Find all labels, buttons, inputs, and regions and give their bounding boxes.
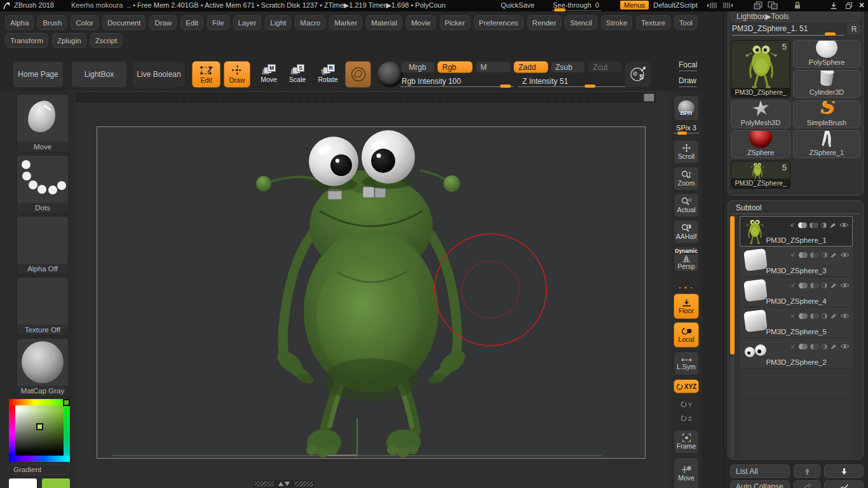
lock-icon[interactable]: [794, 1, 801, 10]
duplicate-back-button[interactable]: [824, 480, 864, 488]
color-selector[interactable]: [36, 423, 43, 430]
rotate-z-button[interactable]: Z: [674, 413, 699, 423]
move-button[interactable]: M Move: [257, 62, 281, 86]
paintbrush-icon[interactable]: [830, 252, 837, 258]
hue-ring-right[interactable]: [64, 405, 70, 456]
menu-macro[interactable]: Macro: [295, 15, 325, 30]
paintbrush-icon[interactable]: [830, 313, 837, 319]
menu-zplugin[interactable]: Zplugin: [52, 33, 86, 48]
uv-toggle-icon[interactable]: [810, 249, 819, 261]
uv-toggle-icon[interactable]: [810, 310, 819, 322]
menu-marker[interactable]: Marker: [329, 15, 362, 30]
canvas-bottom-divider-left[interactable]: [254, 480, 275, 487]
menu-draw[interactable]: Draw: [149, 15, 177, 30]
scale-button[interactable]: S Scale: [285, 62, 309, 86]
spix-slider-handle[interactable]: [677, 132, 687, 135]
color-picker[interactable]: [9, 399, 70, 462]
tool-cylinder3d[interactable]: Cylinder3D: [793, 70, 860, 98]
m-button[interactable]: M: [475, 61, 511, 73]
subtool-header[interactable]: Subtool: [736, 203, 762, 212]
default-zscript-button[interactable]: DefaultZScript: [653, 1, 698, 9]
zcut-button[interactable]: Zcut: [588, 61, 621, 73]
canvas-bottom-divider-right[interactable]: [294, 480, 314, 487]
rgb-intensity-handle[interactable]: [500, 85, 511, 88]
menu-alpha[interactable]: Alpha: [5, 15, 34, 30]
uv-toggle-icon[interactable]: [810, 280, 819, 291]
expand-ui-icon[interactable]: [722, 2, 733, 9]
tool-zsphere-1[interactable]: ZSphere_1: [793, 130, 860, 158]
rotate-button[interactable]: R Rotate: [314, 62, 342, 86]
subtool-scrollbar-track[interactable]: [730, 357, 735, 458]
menu-preferences[interactable]: Preferences: [474, 15, 524, 30]
hue-ring-top[interactable]: [9, 399, 70, 405]
rgb-intensity-track[interactable]: [400, 86, 513, 87]
flatten-arrow-icon[interactable]: [789, 222, 796, 228]
displacement-toggle-icon[interactable]: [822, 344, 827, 349]
lightbox-button[interactable]: LightBox: [71, 61, 127, 88]
list-all-button[interactable]: List All: [730, 464, 790, 478]
subtool-item-5[interactable]: PM3D_ZSphere_2: [740, 338, 853, 369]
uv-toggle-icon[interactable]: [810, 341, 819, 352]
material-sphere-preview[interactable]: [377, 62, 403, 87]
zoom-button[interactable]: Zoom: [674, 166, 699, 191]
previous-layout-icon[interactable]: [754, 1, 764, 10]
tool-zsphere[interactable]: ZSphere: [731, 130, 790, 158]
recent-tool-thumbnail[interactable]: 5 PM3D_ZSphere_: [731, 161, 790, 189]
document[interactable]: [97, 126, 646, 459]
menu-document[interactable]: Document: [102, 15, 146, 30]
z-intensity-track[interactable]: [518, 86, 626, 87]
hue-selector[interactable]: [63, 399, 70, 406]
frame-button[interactable]: Frame: [674, 430, 699, 454]
polypaint-toggle-icon[interactable]: [799, 310, 808, 322]
close-icon[interactable]: ×: [859, 0, 864, 10]
menu-movie[interactable]: Movie: [406, 15, 436, 30]
mrgb-button[interactable]: Mrgb: [400, 61, 435, 73]
eye-icon[interactable]: [840, 282, 850, 288]
rgb-button[interactable]: Rgb: [437, 61, 473, 73]
menu-stroke[interactable]: Stroke: [601, 15, 632, 30]
material-picker-matcap-gray[interactable]: MatCap Gray: [17, 338, 69, 396]
displacement-toggle-icon[interactable]: [821, 222, 827, 228]
draw-size-slider-label[interactable]: Draw: [679, 76, 696, 87]
draw-button[interactable]: Draw: [224, 61, 250, 88]
canvas-bottom-divider-arrows[interactable]: [275, 480, 293, 487]
floor-button[interactable]: Floor: [674, 294, 699, 319]
hue-ring-left[interactable]: [9, 405, 15, 456]
canvas-area[interactable]: [76, 91, 671, 488]
menu-stencil[interactable]: Stencil: [565, 15, 597, 30]
displacement-toggle-icon[interactable]: [822, 313, 827, 319]
subtool-move-up-button[interactable]: [794, 464, 820, 478]
tool-polymesh3d[interactable]: PolyMesh3D: [731, 100, 790, 128]
actual-size-button[interactable]: x1 Actual: [674, 193, 699, 217]
flatten-arrow-icon[interactable]: [790, 313, 796, 319]
menu-color[interactable]: Color: [71, 15, 98, 30]
tool-r-button[interactable]: R: [848, 24, 860, 34]
menu-picker[interactable]: Picker: [440, 15, 470, 30]
displacement-toggle-icon[interactable]: [822, 252, 827, 258]
menu-transform[interactable]: Transform: [5, 33, 48, 48]
menu-tool[interactable]: Tool: [674, 15, 698, 30]
subtool-move-down-button[interactable]: [824, 464, 864, 478]
edit-button[interactable]: Edit: [192, 61, 220, 88]
home-page-button[interactable]: Home Page: [13, 61, 64, 88]
local-button[interactable]: Local: [674, 322, 699, 348]
flatten-arrow-icon[interactable]: [790, 282, 796, 288]
current-material-swatch[interactable]: [345, 61, 371, 88]
duplicate-forward-button[interactable]: [794, 480, 820, 488]
subtool-scrollbar-active[interactable]: [730, 216, 735, 355]
polypaint-toggle-icon[interactable]: [799, 341, 808, 352]
tool-slider-handle[interactable]: [825, 32, 836, 36]
spix-slider-label[interactable]: SPix 3: [672, 124, 700, 132]
flatten-arrow-icon[interactable]: [790, 343, 796, 349]
elevation-micro-slider[interactable]: ▪ ▾ ▪: [674, 285, 699, 290]
eye-icon[interactable]: [840, 343, 850, 349]
rgb-intensity-slider[interactable]: Rgb Intensity 100: [402, 77, 461, 86]
z-intensity-slider[interactable]: Z Intensity 51: [522, 77, 568, 86]
subtool-item-2[interactable]: PM3D_ZSphere_3: [740, 247, 853, 277]
menu-brush[interactable]: Brush: [37, 15, 67, 30]
auto-collapse-button[interactable]: Auto Collapse: [730, 480, 790, 488]
saturation-box[interactable]: [15, 405, 64, 456]
frog-model[interactable]: [256, 130, 469, 458]
hue-ring-bottom[interactable]: [9, 456, 70, 462]
tool-polysphere[interactable]: PolySphere: [793, 40, 860, 68]
